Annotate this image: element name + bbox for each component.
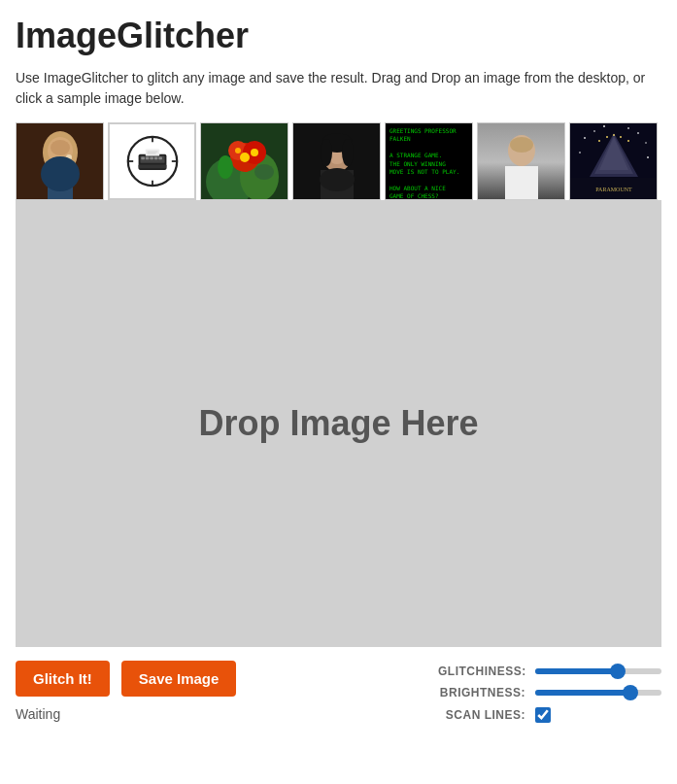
svg-point-55 xyxy=(579,152,581,153)
scanlines-checkbox[interactable] xyxy=(535,707,551,723)
brightness-label: BRIGHTNESS: xyxy=(438,686,525,699)
svg-point-38 xyxy=(320,168,355,191)
svg-point-40 xyxy=(321,139,332,166)
save-button[interactable]: Save Image xyxy=(121,661,237,697)
glitch-button[interactable]: Glitch It! xyxy=(16,661,110,697)
app-description: Use ImageGlitcher to glitch any image an… xyxy=(16,68,661,109)
svg-point-60 xyxy=(606,136,608,138)
svg-point-52 xyxy=(593,130,595,132)
svg-rect-19 xyxy=(145,149,158,155)
sample-thumb-5[interactable]: GREETINGS PROFESSOR FALKEN A STRANGE GAM… xyxy=(385,122,473,200)
svg-point-31 xyxy=(251,149,258,156)
svg-rect-22 xyxy=(138,165,166,169)
glitchiness-fill xyxy=(535,668,618,674)
right-controls: GLITCHINESS: BRIGHTNESS: SCAN LINES: xyxy=(438,661,661,723)
status-text: Waiting xyxy=(16,706,236,722)
svg-point-32 xyxy=(218,155,233,179)
sample-thumb-7[interactable]: PARAMOUNT xyxy=(569,122,658,200)
svg-point-61 xyxy=(613,134,615,136)
svg-point-54 xyxy=(645,142,647,144)
svg-point-29 xyxy=(240,153,250,162)
glitchiness-label: GLITCHINESS: xyxy=(438,665,525,678)
sample-thumb-1[interactable] xyxy=(16,122,104,200)
brightness-row: BRIGHTNESS: xyxy=(438,686,661,699)
brightness-fill xyxy=(535,690,630,696)
svg-point-56 xyxy=(647,156,649,158)
glitchiness-row: GLITCHINESS: xyxy=(438,665,661,678)
svg-point-51 xyxy=(584,137,586,139)
drop-zone-text: Drop Image Here xyxy=(198,403,478,444)
svg-point-6 xyxy=(41,156,80,191)
buttons-row: Glitch It! Save Image xyxy=(16,661,236,697)
sample-images-row: GREETINGS PROFESSOR FALKEN A STRANGE GAM… xyxy=(16,122,661,200)
svg-rect-18 xyxy=(158,157,162,160)
svg-rect-15 xyxy=(145,157,149,160)
svg-point-62 xyxy=(620,136,622,138)
sample-thumb-3[interactable] xyxy=(200,122,288,200)
svg-text:PARAMOUNT: PARAMOUNT xyxy=(595,187,632,192)
drop-zone[interactable]: Drop Image Here xyxy=(16,200,661,647)
svg-point-57 xyxy=(627,127,629,129)
svg-point-46 xyxy=(510,137,533,153)
sample-thumb-6[interactable] xyxy=(477,122,565,200)
brightness-track[interactable] xyxy=(535,690,661,696)
typewriter-icon xyxy=(126,135,179,187)
svg-point-59 xyxy=(598,140,600,142)
svg-rect-45 xyxy=(505,166,538,200)
svg-point-58 xyxy=(603,125,605,127)
glitchiness-track[interactable] xyxy=(535,668,661,674)
scanlines-row: SCAN LINES: xyxy=(438,707,661,723)
svg-point-53 xyxy=(637,132,639,134)
svg-point-4 xyxy=(51,140,70,155)
svg-rect-16 xyxy=(150,157,153,160)
svg-point-63 xyxy=(627,140,629,142)
sample-thumb-2[interactable] xyxy=(108,122,196,200)
left-controls: Glitch It! Save Image Waiting xyxy=(16,661,236,722)
brightness-thumb[interactable] xyxy=(623,685,638,700)
controls-row: Glitch It! Save Image Waiting GLITCHINES… xyxy=(16,661,661,723)
svg-point-30 xyxy=(235,148,241,153)
svg-rect-17 xyxy=(153,157,157,160)
glitchiness-thumb[interactable] xyxy=(610,664,626,679)
sample-thumb-4[interactable] xyxy=(292,122,381,200)
svg-point-33 xyxy=(254,164,274,180)
scanlines-label: SCAN LINES: xyxy=(438,708,525,722)
app-title: ImageGlitcher xyxy=(16,16,661,56)
svg-point-41 xyxy=(342,139,354,166)
svg-rect-14 xyxy=(141,157,145,160)
